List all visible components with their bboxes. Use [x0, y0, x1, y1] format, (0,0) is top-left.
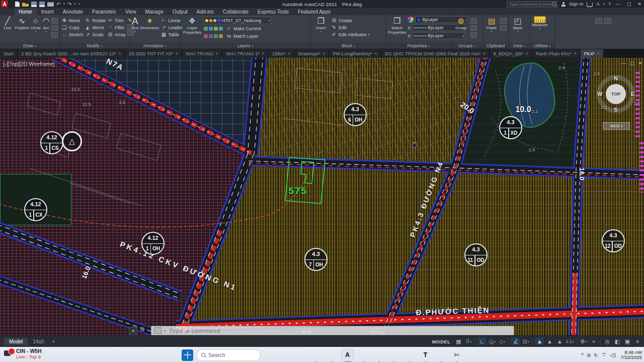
ribbon-tab[interactable]: Parametric — [88, 9, 121, 15]
viewport-controls[interactable]: [-][Top][2D Wireframe] — [3, 61, 55, 67]
open-file-icon[interactable] — [22, 2, 29, 7]
do-not-disturb-icon[interactable]: ⊘ — [587, 352, 591, 358]
help-search-box[interactable] — [507, 1, 557, 8]
commandline-close-icon[interactable]: ✕ — [129, 327, 137, 335]
clean-screen-icon[interactable]: ▣▾ — [623, 337, 632, 345]
match-layer-button[interactable]: ⇆Match Layer — [226, 33, 259, 39]
copilot-icon[interactable] — [279, 349, 291, 361]
stretch-button[interactable]: ↔Stretch — [61, 31, 84, 38]
layer-tools-row2[interactable] — [204, 34, 223, 38]
app-store-icon[interactable] — [587, 3, 593, 7]
snipping-icon[interactable]: ✄ — [451, 349, 462, 361]
workspace-gear-icon[interactable]: ⚙▾ — [579, 337, 588, 345]
insert-block-button[interactable]: ❒Insert▾ — [312, 16, 330, 43]
autocad-icon[interactable]: A — [342, 349, 353, 361]
polar-tracking-icon[interactable]: ◶▾ — [488, 337, 497, 345]
search-icon[interactable] — [552, 2, 556, 6]
teams-icon[interactable]: T — [420, 349, 431, 361]
file-tab[interactable]: 15ltm* ✕ — [269, 49, 295, 58]
file-tab[interactable]: Drawing4* ✕ — [295, 49, 330, 58]
command-line[interactable]: ▾ — [151, 326, 514, 335]
line-button[interactable]: ╱Line — [2, 16, 13, 43]
circle-button[interactable]: ○Circle▾ — [30, 16, 40, 43]
notification-overlay[interactable]: CIN - W5H Live - Top 9 — [4, 348, 42, 359]
edit-block-button[interactable]: ✎Edit — [331, 24, 370, 31]
save-icon[interactable] — [31, 2, 37, 7]
restore-button[interactable]: ▢ — [625, 2, 633, 7]
minimize-button[interactable]: — — [614, 2, 622, 7]
isodraft-icon[interactable]: ◇▾ — [498, 337, 507, 345]
file-tab[interactable]: DC QHC TPHCM 2040-2065 Final 2025 mio* ✕ — [381, 49, 490, 58]
wifi-icon[interactable] — [601, 353, 607, 357]
ribbon-tab[interactable]: Express Tools — [253, 9, 293, 15]
ribbon-tab[interactable]: Insert — [37, 9, 58, 15]
start-button[interactable] — [182, 349, 193, 361]
ribbon-tab[interactable]: View — [121, 9, 141, 15]
close-tab-icon[interactable]: ✕ — [262, 52, 265, 56]
annotation-panel-label[interactable]: Annotation▾ — [130, 43, 180, 49]
snap-icon[interactable]: ⠿▾ — [464, 337, 473, 345]
ribbon-tab[interactable]: Manage — [141, 9, 168, 15]
ribbon-tab[interactable]: Featured Apps — [293, 9, 335, 15]
close-tab-icon[interactable]: ✕ — [215, 52, 218, 56]
close-tab-icon[interactable]: ✕ — [574, 52, 577, 56]
osnap-icon[interactable]: ⊡▾ — [521, 337, 530, 345]
ribbon-tab[interactable]: Output — [168, 9, 192, 15]
globe-app-icon[interactable] — [388, 349, 400, 361]
user-icon[interactable] — [561, 2, 566, 7]
tray-expand-icon[interactable]: ^ — [581, 352, 584, 358]
close-tab-icon[interactable]: ✕ — [374, 52, 377, 56]
fillet-button[interactable]: ◝Fillet — [107, 24, 126, 31]
layer-properties-button[interactable]: ❖Layer Properties — [182, 16, 202, 43]
create-block-button[interactable]: ⊞Create — [331, 17, 370, 24]
ht-app-icon[interactable] — [310, 349, 322, 361]
autodesk-account-icon[interactable]: A — [596, 2, 599, 7]
drawing-canvas[interactable]: N7APK4.12 CKV ĐƯỜNG N1PK4.3 ĐƯỜNG N4Đ.PH… — [0, 58, 644, 335]
rotate-button[interactable]: ↻Rotate — [85, 17, 106, 24]
chevron-down-icon[interactable]: ▾ — [164, 329, 166, 332]
extra-tools[interactable] — [555, 15, 644, 24]
mirror-button[interactable]: ◭Mirror — [85, 24, 106, 31]
properties-panel-label[interactable]: Properties▾ — [386, 43, 451, 49]
clipboard-tools[interactable] — [500, 16, 507, 43]
edge-icon[interactable] — [295, 349, 306, 361]
undo-icon[interactable]: ↶ — [56, 2, 60, 7]
polyline-button[interactable]: ∿Polyline — [15, 16, 29, 43]
annotation-scale-button[interactable]: 1:1▾ — [565, 337, 575, 345]
osnap-tracking-icon[interactable]: ∠▾ — [511, 337, 520, 345]
help-icon[interactable]: ? — [608, 2, 611, 7]
file-tab[interactable]: NHA TRANG 1* ✕ — [222, 49, 269, 58]
base-button[interactable]: ◰Base▾ — [510, 16, 525, 43]
autocad-logo-icon[interactable]: A — [1, 1, 8, 8]
dimension-button[interactable]: ✶Dimension — [140, 16, 159, 43]
annotation-sync-icon[interactable]: ▲▾ — [555, 337, 564, 345]
view-panel-label[interactable]: View▾ — [509, 43, 530, 49]
draw-extra-tools[interactable] — [51, 16, 58, 43]
new-layout-button[interactable]: + — [49, 338, 58, 345]
annotation-auto-scale-icon[interactable]: ▲▾ — [545, 337, 554, 345]
sign-in-button[interactable]: Sign In — [569, 2, 583, 7]
graphics-performance-icon[interactable]: ◧▾ — [613, 337, 622, 345]
new-file-icon[interactable] — [15, 2, 20, 7]
wcs-menu[interactable]: WCS▾ — [603, 122, 630, 130]
close-tab-icon[interactable]: ✕ — [288, 52, 291, 56]
layout-tab-14a0[interactable]: 14a0 — [28, 338, 49, 345]
groups-panel-label[interactable]: Groups▾ — [451, 43, 482, 49]
model-space-indicator[interactable]: MODEL — [432, 339, 451, 344]
clipboard-panel-label[interactable]: Clipboard — [483, 43, 508, 49]
gstarcad-icon[interactable] — [373, 349, 384, 361]
trim-button[interactable]: ✂Trim — [107, 17, 126, 24]
sync-icon[interactable]: ↻ — [594, 352, 598, 358]
doc-close-button[interactable]: ✕ — [638, 61, 642, 66]
group-tools[interactable] — [470, 16, 477, 43]
layers-panel-label[interactable]: Layers▾ — [181, 43, 310, 49]
ribbon-tab[interactable]: Annotate — [58, 9, 88, 15]
viewcube[interactable]: N S W E TOP — [597, 75, 635, 113]
scale-button[interactable]: ⇗Scale — [85, 31, 106, 38]
commandline-customize-icon[interactable]: ⚙ — [140, 326, 145, 333]
draw-panel-label[interactable]: Draw▾ — [0, 43, 59, 49]
status-menu-icon[interactable]: ≡▾ — [633, 337, 642, 345]
file-tab[interactable]: NHA TRANG ✕ — [182, 49, 222, 58]
save-as-icon[interactable] — [39, 2, 45, 7]
utilities-panel-label[interactable]: Utilities▾ — [530, 43, 554, 49]
